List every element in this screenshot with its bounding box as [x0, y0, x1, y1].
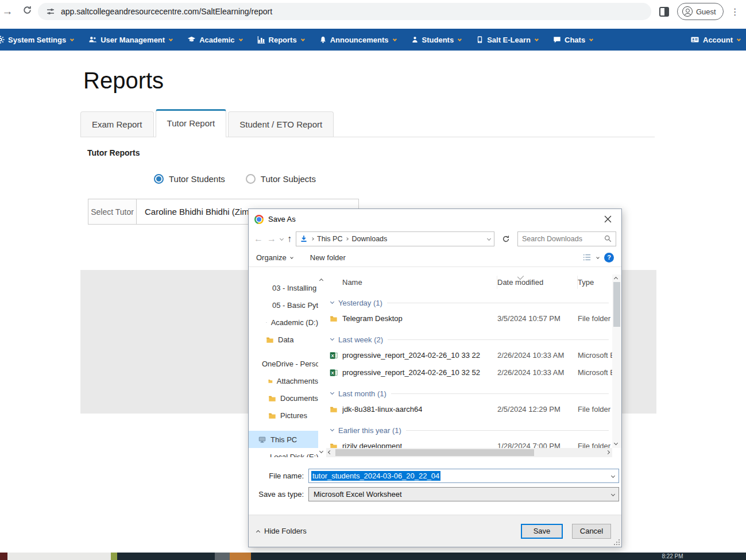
scroll-up-icon[interactable] — [319, 279, 323, 283]
up-icon[interactable]: ↑ — [287, 234, 292, 244]
nav-system-settings[interactable]: System Settings — [0, 36, 74, 44]
scrollbar-thumb[interactable] — [335, 449, 534, 456]
nav-reports[interactable]: Reports — [257, 36, 304, 44]
column-name[interactable]: Name — [342, 276, 497, 289]
group-collapse-icon[interactable] — [330, 337, 334, 341]
nav-chats[interactable]: Chats — [553, 36, 593, 44]
tree-item-data[interactable]: Data — [249, 331, 318, 348]
file-row[interactable]: Xprogressive_report_2024-02-26_10 33 22 … — [326, 347, 612, 363]
radio-label: Tutor Subjects — [261, 174, 316, 184]
chevron-down-icon[interactable] — [611, 474, 615, 478]
group-collapse-icon[interactable] — [330, 391, 334, 395]
scroll-down-icon[interactable] — [319, 449, 323, 453]
taskbar-window-preview[interactable] — [7, 553, 111, 560]
radio-unselected-icon[interactable] — [246, 174, 256, 184]
save-button[interactable]: Save — [521, 524, 563, 539]
group-yesterday[interactable]: Yesterday (1) — [326, 296, 612, 309]
file-row[interactable]: Telegram Desktop 3/5/2024 10:57 PM File … — [326, 311, 612, 326]
nav-academic[interactable]: Academic — [187, 36, 242, 44]
taskbar-segment — [215, 553, 230, 560]
tree-item-documents[interactable]: Documents — [249, 389, 318, 407]
group-last-week[interactable]: Last week (2) — [326, 333, 612, 346]
scroll-down-icon[interactable] — [614, 441, 618, 445]
folder-icon — [268, 395, 276, 402]
file-row[interactable]: rizily development 1/28/2024 7:00 PM Fil… — [326, 438, 612, 448]
column-date-modified[interactable]: Date modified — [497, 276, 578, 289]
nav-announcements[interactable]: Announcements — [319, 36, 396, 44]
tab-exam-report[interactable]: Exam Report — [80, 111, 154, 137]
group-collapse-icon[interactable] — [330, 300, 334, 304]
cancel-button[interactable]: Cancel — [572, 524, 611, 539]
forward-icon[interactable]: → — [0, 5, 17, 18]
hide-folders-button[interactable]: Hide Folders — [257, 527, 307, 535]
tree-item-local-disk-e[interactable]: Local Disk (E:) — [249, 448, 318, 457]
tablet-icon — [476, 36, 484, 44]
search-box[interactable] — [517, 231, 616, 246]
site-settings-icon[interactable] — [46, 7, 55, 16]
nav-salt-elearn[interactable]: Salt E-Learn — [476, 36, 538, 44]
nav-user-management[interactable]: User Management — [88, 36, 172, 44]
reload-icon[interactable] — [17, 5, 37, 18]
forward-icon[interactable]: → — [267, 234, 276, 244]
nav-label: User Management — [101, 36, 165, 44]
chevron-down-icon[interactable] — [487, 237, 491, 241]
tree-item-pictures[interactable]: Pictures — [249, 407, 318, 424]
tree-scrollbar[interactable] — [318, 275, 326, 457]
list-view-icon[interactable] — [582, 253, 592, 261]
os-taskbar[interactable]: 8:22 PM — [0, 553, 746, 560]
group-earlier-this-year[interactable]: Earlier this year (1) — [326, 424, 612, 437]
resize-grip[interactable] — [614, 539, 620, 545]
chevron-down-icon[interactable] — [596, 256, 600, 259]
scroll-up-icon[interactable] — [614, 277, 618, 281]
scroll-left-icon[interactable] — [328, 450, 332, 454]
excel-file-icon: X — [330, 352, 338, 360]
search-input[interactable] — [522, 235, 601, 243]
save-as-type-label: Save as type: — [249, 490, 308, 499]
help-icon[interactable]: ? — [604, 253, 614, 262]
taskbar-segment — [111, 553, 117, 560]
close-icon[interactable] — [600, 213, 616, 226]
browser-menu-icon[interactable]: ⋮ — [729, 6, 741, 17]
save-as-type-select[interactable]: Microsoft Excel Worksheet — [308, 487, 619, 501]
nav-account[interactable]: Account — [690, 36, 740, 44]
save-as-type-value: Microsoft Excel Worksheet — [314, 490, 402, 499]
tab-student-eto-report[interactable]: Student / ETO Report — [228, 111, 334, 137]
dialog-titlebar[interactable]: Save As — [249, 209, 621, 229]
tab-tutor-report[interactable]: Tutor Report — [156, 109, 227, 137]
breadcrumb[interactable]: This PC Downloads — [296, 231, 494, 246]
radio-tutor-students[interactable]: Tutor Students — [154, 174, 225, 184]
page-title: Reports — [83, 68, 164, 94]
profile-button[interactable]: Guest — [677, 3, 724, 20]
organize-button[interactable]: Organize — [256, 253, 293, 262]
group-collapse-icon[interactable] — [330, 427, 334, 431]
tree-item-05-basic-python[interactable]: 05 - Basic Python — [249, 296, 318, 314]
scroll-right-icon[interactable] — [606, 450, 610, 454]
chevron-down-icon[interactable] — [611, 492, 615, 496]
student-icon — [411, 36, 419, 44]
address-bar[interactable]: app.saltcollegeandresourcecentre.com/Sal… — [38, 3, 651, 20]
file-row[interactable]: Xprogressive_report_2024-02-26_10 32 52 … — [326, 365, 612, 380]
breadcrumb-this-pc[interactable]: This PC — [317, 235, 342, 243]
horizontal-scrollbar[interactable] — [326, 448, 612, 457]
radio-tutor-subjects[interactable]: Tutor Subjects — [246, 174, 316, 184]
refresh-icon[interactable] — [498, 231, 513, 246]
side-panel-icon[interactable] — [659, 7, 669, 17]
scrollbar-thumb[interactable] — [613, 282, 620, 327]
tree-item-onedrive[interactable]: OneDrive - Person — [249, 355, 318, 372]
tree-item-this-pc[interactable]: This PC — [249, 431, 318, 448]
vertical-scrollbar[interactable] — [612, 275, 621, 448]
new-folder-button[interactable]: New folder — [310, 253, 346, 262]
radio-selected-icon[interactable] — [154, 174, 164, 184]
group-last-month[interactable]: Last month (1) — [326, 387, 612, 400]
breadcrumb-downloads[interactable]: Downloads — [351, 235, 387, 243]
back-icon[interactable]: ← — [254, 234, 263, 244]
nav-label: Academic — [199, 36, 234, 44]
tree-item-academic-drive[interactable]: Academic (D:) — [249, 314, 318, 331]
tree-item-attachments[interactable]: Attachments — [249, 372, 318, 389]
file-row[interactable]: jdk-8u381-linux-aarch64 2/5/2024 12:29 P… — [326, 401, 612, 417]
history-chevron-icon[interactable] — [280, 237, 284, 241]
nav-students[interactable]: Students — [411, 36, 462, 44]
file-name-input[interactable]: tutor_students_2024-03-06_20_22_04 — [308, 469, 619, 483]
tree-item-03-installing-py[interactable]: 03 - Installing Py — [249, 279, 318, 296]
gear-icon — [0, 36, 5, 44]
